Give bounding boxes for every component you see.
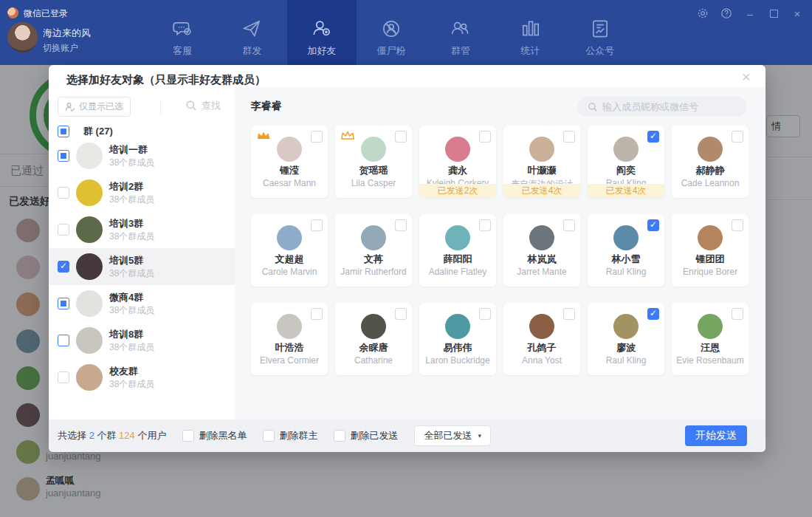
member-card[interactable]: 贺瑶瑶Lila Casper xyxy=(335,126,412,198)
group-row[interactable]: 培训2群 38个群成员 xyxy=(49,174,235,211)
member-name: 郝静静 xyxy=(672,164,749,177)
member-card[interactable]: 龚永Kyleigh Corkery已发送2次 xyxy=(419,126,496,198)
group-avatar xyxy=(76,253,103,280)
member-card[interactable]: 阎奕Raul Kling已发送4次 xyxy=(588,126,664,198)
member-checkbox[interactable] xyxy=(732,219,743,231)
show-selected-only-button[interactable]: 仅显示已选 xyxy=(58,97,131,117)
avatar xyxy=(529,137,554,162)
group-row[interactable]: 培训一群 38个群成员 xyxy=(49,137,235,174)
group-list: 培训一群 38个群成员 培训2群 38个群成员 培训3群 38个群成员 xyxy=(49,137,235,396)
member-checkbox[interactable] xyxy=(311,131,323,143)
maximize-button[interactable] xyxy=(768,7,780,19)
nav-zombie-fans[interactable]: 僵尸粉 xyxy=(357,0,426,65)
select-all-groups-checkbox[interactable] xyxy=(58,126,69,137)
member-subtitle: Elvera Cormier xyxy=(251,355,328,366)
member-card[interactable]: 锺团团Enrique Borer xyxy=(672,214,749,287)
member-card[interactable]: 林岚岚Jarret Mante xyxy=(503,214,580,287)
member-checkbox[interactable] xyxy=(395,131,407,143)
avatar xyxy=(698,137,723,162)
help-icon[interactable] xyxy=(720,7,732,19)
member-card[interactable]: 余睬唐Catharine xyxy=(335,303,412,375)
member-subtitle: Laron Buckridge xyxy=(419,355,496,366)
sent-filter-dropdown[interactable]: 全部已发送 ▾ xyxy=(414,425,491,446)
member-checkbox[interactable] xyxy=(479,308,491,320)
member-checkbox[interactable] xyxy=(479,131,491,143)
group-checkbox[interactable] xyxy=(58,372,69,383)
member-checkbox[interactable] xyxy=(732,308,743,320)
avatar xyxy=(698,314,723,339)
member-card[interactable]: 叶灏灏来自海边的设计已发送4次 xyxy=(503,126,580,198)
avatar xyxy=(613,314,639,339)
nav-label: 公众号 xyxy=(585,44,614,58)
find-button[interactable]: 查找 xyxy=(185,99,221,112)
member-checkbox[interactable] xyxy=(647,219,659,231)
checkbox[interactable] xyxy=(182,430,194,442)
group-checkbox[interactable] xyxy=(58,298,69,309)
member-checkbox[interactable] xyxy=(647,308,659,320)
settings-icon[interactable] xyxy=(697,7,709,19)
filter-remove-blacklist[interactable]: 删除黑名单 xyxy=(182,429,247,442)
member-name: 文苒 xyxy=(335,253,412,266)
member-checkbox[interactable] xyxy=(732,131,743,143)
member-checkbox[interactable] xyxy=(647,131,659,143)
person-check-icon xyxy=(65,102,75,112)
nav-group-manage[interactable]: 群管 xyxy=(426,0,495,65)
member-subtitle: Catharine xyxy=(335,355,412,366)
minimize-button[interactable]: – xyxy=(744,7,756,19)
group-checkbox[interactable] xyxy=(58,187,69,199)
member-checkbox[interactable] xyxy=(395,219,407,231)
member-card[interactable]: 薛阳阳Adaline Flatley xyxy=(419,214,496,287)
start-send-button[interactable]: 开始发送 xyxy=(685,425,747,446)
member-card[interactable]: 孔鸽子Anna Yost xyxy=(503,303,580,375)
group-row[interactable]: 培训3群 38个群成员 xyxy=(49,211,235,248)
nav-official-account[interactable]: 公众号 xyxy=(565,0,635,65)
member-checkbox[interactable] xyxy=(479,219,491,231)
checkbox[interactable] xyxy=(263,430,275,442)
group-checkbox[interactable] xyxy=(58,224,69,236)
member-checkbox[interactable] xyxy=(563,308,575,320)
nav-label: 加好友 xyxy=(307,44,336,58)
group-checkbox[interactable] xyxy=(58,261,69,273)
member-card[interactable]: 锺滢Caesar Mann xyxy=(251,126,328,198)
group-checkbox[interactable] xyxy=(58,150,69,162)
group-checkbox[interactable] xyxy=(58,335,69,346)
nav-add-friend[interactable]: 加好友 xyxy=(287,0,357,65)
member-card[interactable]: 易伟伟Laron Buckridge xyxy=(419,303,496,375)
group-row[interactable]: 培训8群 38个群成员 xyxy=(49,322,235,359)
group-row[interactable]: 微商4群 38个群成员 xyxy=(49,285,235,322)
avatar xyxy=(361,137,386,162)
group-member-count: 38个群成员 xyxy=(109,157,154,169)
member-checkbox[interactable] xyxy=(563,131,575,143)
member-checkbox[interactable] xyxy=(311,308,323,320)
checkbox[interactable] xyxy=(334,430,345,442)
filter-remove-owner[interactable]: 删除群主 xyxy=(263,429,317,442)
member-card[interactable]: 文超超Carole Marvin xyxy=(251,214,328,287)
account-avatar[interactable] xyxy=(7,22,38,52)
nav-label: 僵尸粉 xyxy=(376,44,405,58)
close-dialog-icon[interactable]: × xyxy=(737,68,755,86)
nav-mass-send[interactable]: 群发 xyxy=(217,0,286,65)
group-row[interactable]: 校友群 38个群成员 xyxy=(49,359,235,396)
member-card[interactable]: 叶浩浩Elvera Cormier xyxy=(251,303,328,375)
close-window-button[interactable]: × xyxy=(791,7,803,19)
switch-account-link[interactable]: 切换账户 xyxy=(43,42,78,55)
dialog-footer: 共选择 2 个群 124 个用户 删除黑名单 删除群主 删除已发送 全部已发送 … xyxy=(49,420,765,452)
nav-customer-service[interactable]: 客服 xyxy=(148,0,217,65)
member-card[interactable]: 文苒Jamir Rutherford xyxy=(335,214,412,287)
member-search[interactable] xyxy=(577,97,747,117)
member-search-input[interactable] xyxy=(602,101,735,112)
sent-count-badge: 已发送2次 xyxy=(419,184,496,198)
member-checkbox[interactable] xyxy=(311,219,323,231)
filter-remove-sent[interactable]: 删除已发送 xyxy=(334,429,398,442)
member-card[interactable]: 郝静静Cade Leannon xyxy=(672,126,749,198)
member-card[interactable]: 廖波Raul Kling xyxy=(588,303,664,375)
member-name: 龚永 xyxy=(419,164,496,177)
avatar xyxy=(698,225,723,250)
nav-label: 客服 xyxy=(173,44,192,58)
member-checkbox[interactable] xyxy=(563,219,575,231)
member-card[interactable]: 林小雪Raul Kling xyxy=(588,214,664,287)
member-card[interactable]: 汪恩Evie Rosenbaum xyxy=(672,303,749,375)
nav-statistics[interactable]: 统计 xyxy=(495,0,565,65)
group-row[interactable]: 培训5群 38个群成员 xyxy=(49,248,235,285)
member-checkbox[interactable] xyxy=(395,308,407,320)
